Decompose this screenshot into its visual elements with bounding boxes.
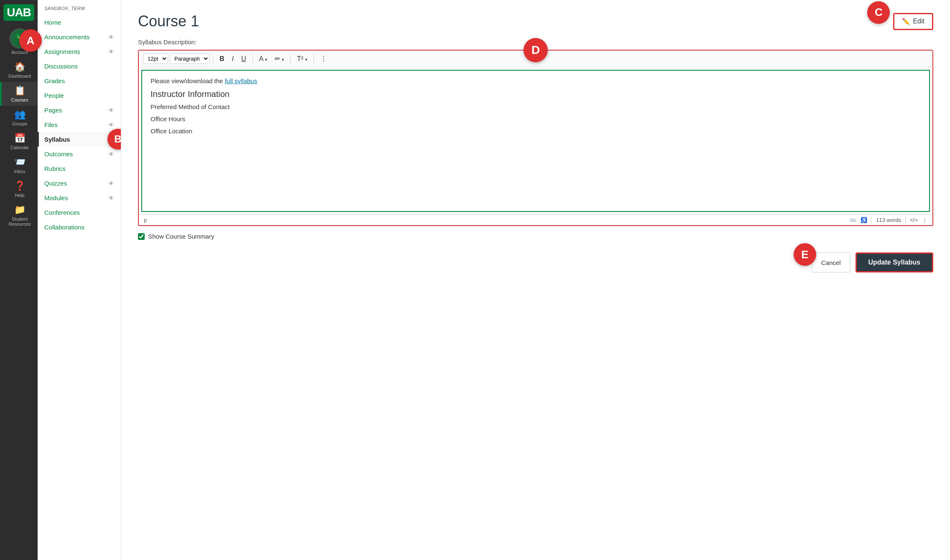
course-nav-assignments[interactable]: Assignments 👁 bbox=[38, 44, 121, 59]
bold-button[interactable]: B bbox=[217, 53, 227, 64]
student-resources-icon: 📁 bbox=[14, 204, 26, 215]
course-nav-home[interactable]: Home bbox=[38, 15, 121, 30]
font-color-button[interactable]: A ▾ bbox=[256, 53, 270, 64]
paragraph-style-select[interactable]: Paragraph Heading 1 Heading 2 bbox=[170, 53, 209, 64]
course-nav-collaborations[interactable]: Collaborations bbox=[38, 220, 121, 234]
course-nav-discussions[interactable]: Discussions bbox=[38, 59, 121, 74]
toolbar-divider-1 bbox=[213, 54, 213, 64]
sidebar-item-groups[interactable]: 👥 Groups bbox=[0, 106, 38, 130]
quizzes-nav-label: Quizzes bbox=[44, 180, 67, 187]
word-count: 113 words bbox=[871, 217, 906, 223]
preferred-contact-line: Preferred Method of Contact bbox=[151, 103, 921, 110]
instructor-info-heading: Instructor Information bbox=[151, 89, 921, 99]
font-size-select[interactable]: 12pt 14pt 18pt bbox=[143, 53, 168, 64]
sidebar-item-account[interactable]: 🦎 Account A bbox=[0, 25, 38, 58]
more-options-statusbar-icon[interactable]: ⋮ bbox=[922, 217, 927, 223]
editor-body[interactable]: Please view/download the full syllabus I… bbox=[141, 70, 930, 212]
course-nav-outcomes[interactable]: Outcomes 👁 bbox=[38, 147, 121, 161]
italic-button[interactable]: I bbox=[229, 53, 237, 64]
underline-button[interactable]: U bbox=[238, 53, 249, 64]
toolbar-divider-4 bbox=[314, 54, 314, 64]
account-avatar: 🦎 bbox=[10, 28, 30, 48]
sandbox-term-label: SANDBOX_TERM bbox=[38, 4, 121, 15]
outcomes-nav-label: Outcomes bbox=[44, 150, 73, 158]
cancel-button[interactable]: Cancel bbox=[812, 252, 850, 272]
editor-statusbar: p ⌨️ ♿ 113 words </> ⋮ bbox=[139, 214, 932, 225]
discussions-nav-label: Discussions bbox=[44, 63, 78, 70]
highlight-button[interactable]: ✏ ▾ bbox=[272, 53, 287, 64]
editor-line-1: Please view/download the full syllabus bbox=[151, 77, 921, 84]
course-nav-people[interactable]: People bbox=[38, 88, 121, 103]
syllabus-editor: D 12pt 14pt 18pt Paragraph Heading 1 Hea… bbox=[138, 50, 933, 226]
home-nav-label: Home bbox=[44, 19, 61, 26]
rubrics-nav-label: Rubrics bbox=[44, 165, 66, 172]
conferences-nav-label: Conferences bbox=[44, 209, 80, 216]
courses-icon: 📋 bbox=[14, 85, 26, 96]
files-visibility-icon[interactable]: 👁 bbox=[108, 122, 114, 128]
source-code-button[interactable]: </> bbox=[910, 217, 918, 223]
annotation-b: B bbox=[107, 129, 121, 150]
show-course-summary-row: Show Course Summary bbox=[138, 233, 933, 240]
collaborations-nav-label: Collaborations bbox=[44, 224, 84, 231]
page-header: Course 1 ✏️ Edit C bbox=[138, 13, 933, 30]
course-nav-pages[interactable]: Pages 👁 bbox=[38, 103, 121, 117]
edit-button-label: Edit bbox=[913, 18, 924, 25]
files-nav-label: Files bbox=[44, 121, 58, 128]
grades-nav-label: Grades bbox=[44, 77, 65, 84]
course-nav-quizzes[interactable]: Quizzes 👁 bbox=[38, 176, 121, 191]
sidebar-item-student-resources[interactable]: 📁 Student Resources bbox=[0, 201, 38, 230]
more-options-button[interactable]: ⋮ bbox=[317, 53, 330, 64]
course-nav-grades[interactable]: Grades bbox=[38, 74, 121, 88]
toolbar-divider-3 bbox=[290, 54, 291, 64]
statusbar-actions: ⌨️ ♿ 113 words </> ⋮ bbox=[850, 217, 927, 223]
html-tag-indicator: p bbox=[144, 217, 846, 223]
sidebar-item-inbox[interactable]: 📨 Inbox bbox=[0, 153, 38, 177]
course-nav-announcements[interactable]: Announcements 👁 bbox=[38, 30, 121, 44]
keyboard-icon[interactable]: ⌨️ bbox=[850, 217, 856, 223]
show-course-summary-checkbox[interactable] bbox=[138, 233, 145, 240]
pages-nav-label: Pages bbox=[44, 107, 62, 114]
announcements-nav-label: Announcements bbox=[44, 33, 89, 41]
page-title: Course 1 bbox=[138, 13, 199, 30]
office-hours-line: Office Hours bbox=[151, 115, 921, 122]
sidebar-item-calendar[interactable]: 📅 Calendar bbox=[0, 130, 38, 153]
announcements-visibility-icon[interactable]: 👁 bbox=[108, 34, 114, 41]
course-nav-files[interactable]: Files 👁 bbox=[38, 117, 121, 132]
edit-button[interactable]: ✏️ Edit bbox=[893, 13, 933, 30]
syllabus-description-label: Syllabus Description: bbox=[138, 38, 933, 46]
dashboard-icon: 🏠 bbox=[14, 61, 26, 72]
help-label: Help bbox=[15, 193, 25, 198]
assignments-visibility-icon[interactable]: 👁 bbox=[108, 48, 114, 55]
sidebar-item-dashboard[interactable]: 🏠 Dashboard bbox=[0, 58, 38, 82]
courses-label: Courses bbox=[11, 97, 28, 102]
bottom-actions: Cancel Update Syllabus E bbox=[138, 252, 933, 272]
quizzes-visibility-icon[interactable]: 👁 bbox=[108, 180, 114, 187]
pages-visibility-icon[interactable]: 👁 bbox=[108, 107, 114, 114]
annotation-c: C bbox=[867, 1, 890, 24]
modules-visibility-icon[interactable]: 👁 bbox=[108, 195, 114, 201]
accessibility-icon[interactable]: ♿ bbox=[861, 217, 867, 223]
course-nav-syllabus[interactable]: Syllabus B bbox=[38, 132, 121, 147]
superscript-button[interactable]: T² ▾ bbox=[294, 53, 310, 64]
groups-label: Groups bbox=[12, 121, 27, 126]
account-label: Account bbox=[11, 50, 28, 55]
global-navigation: UAB 🦎 Account A 🏠 Dashboard 📋 Courses 👥 … bbox=[0, 0, 38, 560]
course-nav-conferences[interactable]: Conferences bbox=[38, 205, 121, 220]
inbox-icon: 📨 bbox=[14, 157, 26, 168]
sidebar-item-courses[interactable]: 📋 Courses bbox=[0, 82, 38, 106]
outcomes-visibility-icon[interactable]: 👁 bbox=[108, 151, 114, 158]
modules-nav-label: Modules bbox=[44, 194, 68, 201]
assignments-nav-label: Assignments bbox=[44, 48, 80, 55]
full-syllabus-link[interactable]: full syllabus bbox=[225, 77, 258, 84]
update-syllabus-button[interactable]: Update Syllabus bbox=[856, 252, 933, 272]
editor-toolbar: 12pt 14pt 18pt Paragraph Heading 1 Headi… bbox=[139, 51, 932, 67]
toolbar-divider-2 bbox=[253, 54, 253, 64]
dashboard-label: Dashboard bbox=[8, 74, 31, 79]
course-navigation: SANDBOX_TERM Home Announcements 👁 Assign… bbox=[38, 0, 121, 560]
course-nav-rubrics[interactable]: Rubrics bbox=[38, 161, 121, 176]
syllabus-nav-label: Syllabus bbox=[44, 136, 70, 143]
sidebar-item-help[interactable]: ❓ Help bbox=[0, 177, 38, 201]
calendar-label: Calendar bbox=[10, 145, 29, 150]
course-nav-modules[interactable]: Modules 👁 bbox=[38, 191, 121, 205]
calendar-icon: 📅 bbox=[14, 133, 26, 144]
